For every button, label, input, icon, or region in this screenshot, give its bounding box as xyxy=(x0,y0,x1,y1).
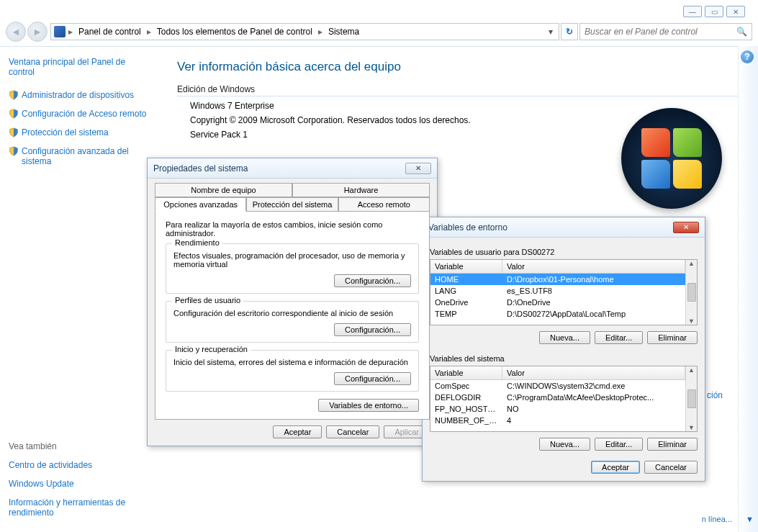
col-variable[interactable]: Variable xyxy=(430,260,502,273)
partial-link-online[interactable]: n línea... xyxy=(702,515,732,523)
tab-computer-name[interactable]: Nombre de equipo xyxy=(155,183,292,197)
breadcrumb[interactable]: Todos los elementos de Panel de control xyxy=(154,27,315,37)
scroll-down-icon[interactable]: ▼ xyxy=(688,424,695,431)
dialog-titlebar[interactable]: Propiedades del sistema ✕ xyxy=(148,158,437,179)
forward-button[interactable]: ► xyxy=(27,22,48,42)
col-variable[interactable]: Variable xyxy=(430,366,502,379)
sidebar-link-advanced-settings[interactable]: Configuración avanzada del sistema xyxy=(9,146,148,166)
var-name: HOME xyxy=(430,274,502,284)
arrow-left-icon: ◄ xyxy=(11,26,21,37)
scroll-down-icon[interactable]: ▼ xyxy=(688,317,695,325)
minimize-button[interactable]: — xyxy=(683,6,702,17)
maximize-button[interactable]: ▭ xyxy=(705,6,723,17)
edit-sys-var-button[interactable]: Editar... xyxy=(595,438,643,451)
dialog-close-button[interactable]: ✕ xyxy=(405,163,431,174)
refresh-button[interactable]: ↻ xyxy=(561,23,578,40)
user-profiles-settings-button[interactable]: Configuración... xyxy=(334,323,411,336)
col-value[interactable]: Valor xyxy=(502,366,685,379)
dialog-title: Variables de entorno xyxy=(428,222,507,233)
ok-button[interactable]: Aceptar xyxy=(273,425,322,438)
back-button[interactable]: ◄ xyxy=(6,22,26,42)
search-icon[interactable]: 🔍 xyxy=(736,27,747,37)
delete-sys-var-button[interactable]: Eliminar xyxy=(647,438,698,451)
new-user-var-button[interactable]: Nueva... xyxy=(539,331,590,344)
see-also-link[interactable]: Windows Update xyxy=(9,479,148,489)
tab-advanced-options[interactable]: Opciones avanzadas xyxy=(155,197,246,212)
table-row[interactable]: ComSpecC:\WINDOWS\system32\cmd.exe xyxy=(430,380,685,392)
table-row[interactable]: DEFLOGDIRC:\ProgramData\McAfee\DesktopPr… xyxy=(430,392,685,403)
address-bar[interactable]: ▸ Panel de control ▸ Todos los elementos… xyxy=(50,23,559,40)
sys-vars-table[interactable]: Variable Valor ComSpecC:\WINDOWS\system3… xyxy=(430,366,698,432)
dialog-titlebar[interactable]: Variables de entorno ✕ xyxy=(423,217,705,238)
search-box[interactable]: 🔍 xyxy=(579,23,752,40)
ok-button[interactable]: Aceptar xyxy=(591,461,640,474)
partial-link[interactable]: ción xyxy=(707,390,723,400)
group-title: Rendimiento xyxy=(172,238,222,247)
windows-logo xyxy=(621,108,722,209)
control-panel-icon xyxy=(54,26,66,37)
table-row[interactable]: LANGes_ES.UTF8 xyxy=(430,285,685,297)
sidebar: Ventana principal del Panel de control A… xyxy=(0,47,157,532)
new-sys-var-button[interactable]: Nueva... xyxy=(539,438,590,451)
cancel-button[interactable]: Cancelar xyxy=(644,461,698,474)
scrollbar[interactable]: ▲▼ xyxy=(685,260,697,325)
tab-system-protection[interactable]: Protección del sistema xyxy=(246,197,338,212)
help-icon[interactable]: ? xyxy=(741,50,754,63)
scroll-thumb[interactable] xyxy=(687,283,696,302)
crumb-sep-icon: ▸ xyxy=(68,27,73,37)
search-input[interactable] xyxy=(585,27,736,37)
see-also-label-text: Centro de actividades xyxy=(9,460,92,470)
breadcrumb[interactable]: Panel de control xyxy=(76,27,144,37)
delete-user-var-button[interactable]: Eliminar xyxy=(647,331,698,344)
sys-vars-buttons: Nueva... Editar... Eliminar xyxy=(430,432,698,455)
var-value: C:\WINDOWS\system32\cmd.exe xyxy=(502,381,685,391)
table-row[interactable]: TEMPD:\DS00272\AppData\Local\Temp xyxy=(430,308,685,320)
see-also-link[interactable]: Centro de actividades xyxy=(9,460,148,470)
flag-green xyxy=(673,128,702,157)
var-value: es_ES.UTF8 xyxy=(502,286,685,296)
table-row[interactable]: NUMBER_OF_P...4 xyxy=(430,415,685,426)
scrollbar[interactable]: ▲▼ xyxy=(685,366,697,431)
tab-remote-access[interactable]: Acceso remoto xyxy=(338,197,430,212)
table-row[interactable]: HOMED:\Dropbox\01-Personal\home xyxy=(430,274,685,285)
sidebar-link-label: Protección del sistema xyxy=(22,127,109,137)
scroll-up-icon[interactable]: ▲ xyxy=(688,260,695,267)
breadcrumb[interactable]: Sistema xyxy=(325,27,362,37)
performance-settings-button[interactable]: Configuración... xyxy=(334,274,411,287)
tabs-row-bottom: Opciones avanzadas Protección del sistem… xyxy=(155,197,430,212)
var-name: NUMBER_OF_P... xyxy=(430,415,502,425)
dialog-body: Nombre de equipo Hardware Opciones avanz… xyxy=(148,179,437,446)
var-name: OneDrive xyxy=(430,297,502,307)
sidebar-link-system-protection[interactable]: Protección del sistema xyxy=(9,127,148,137)
var-value: D:\Dropbox\01-Personal\home xyxy=(502,274,685,284)
table-header: Variable Valor xyxy=(430,366,685,380)
sidebar-link-remote-access[interactable]: Configuración de Acceso remoto xyxy=(9,109,148,119)
scroll-up-icon[interactable]: ▲ xyxy=(688,366,695,374)
env-vars-button[interactable]: Variables de entorno... xyxy=(318,399,419,412)
user-vars-table[interactable]: Variable Valor HOMED:\Dropbox\01-Persona… xyxy=(430,259,698,325)
table-row[interactable]: OneDriveD:\OneDrive xyxy=(430,297,685,308)
col-value[interactable]: Valor xyxy=(502,260,685,273)
tab-hardware[interactable]: Hardware xyxy=(292,183,430,197)
dialog-close-button[interactable]: ✕ xyxy=(673,222,699,233)
cancel-button[interactable]: Cancelar xyxy=(326,425,379,438)
sidebar-title[interactable]: Ventana principal del Panel de control xyxy=(9,57,148,77)
address-dropdown-icon[interactable]: ▾ xyxy=(546,27,556,37)
sidebar-link-device-manager[interactable]: Administrador de dispositivos xyxy=(9,90,148,100)
close-window-button[interactable]: ✕ xyxy=(726,6,745,17)
crumb-sep-icon: ▸ xyxy=(318,27,322,37)
var-name: LANG xyxy=(430,286,502,296)
dialog-footer: Aceptar Cancelar Aplicar xyxy=(155,420,430,438)
system-properties-dialog: Propiedades del sistema ✕ Nombre de equi… xyxy=(147,158,438,446)
see-also-link[interactable]: Información y herramientas de rendimient… xyxy=(9,497,148,518)
table-header: Variable Valor xyxy=(430,260,685,274)
chevron-down-icon[interactable]: ▼ xyxy=(746,515,754,523)
see-also-label-text: Windows Update xyxy=(9,479,74,489)
scroll-thumb[interactable] xyxy=(687,389,696,408)
group-desc: Efectos visuales, programación del proce… xyxy=(173,251,411,269)
sidebar-link-label: Configuración avanzada del sistema xyxy=(22,146,148,166)
shield-icon xyxy=(9,146,19,156)
startup-settings-button[interactable]: Configuración... xyxy=(334,372,411,385)
edit-user-var-button[interactable]: Editar... xyxy=(595,331,643,344)
table-row[interactable]: FP_NO_HOST_C...NO xyxy=(430,403,685,415)
